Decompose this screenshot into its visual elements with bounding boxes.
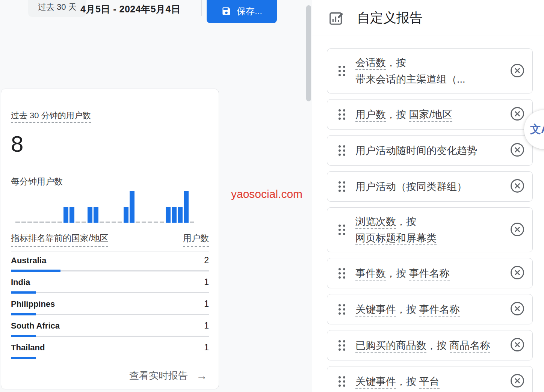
report-card[interactable]: 用户活动随时间的变化趋势	[327, 135, 533, 166]
remove-card-button[interactable]	[509, 222, 526, 238]
table-row: Philippines1	[11, 296, 209, 317]
report-card[interactable]: 关键事件，按 平台	[327, 366, 533, 392]
minute-empty-tick	[148, 222, 153, 223]
drag-handle-icon[interactable]	[338, 181, 345, 192]
remove-card-button[interactable]	[509, 63, 526, 79]
minute-bar	[178, 207, 183, 223]
remove-card-button[interactable]	[509, 106, 526, 123]
translate-icon: 文A	[530, 122, 544, 137]
users-per-minute-label: 每分钟用户数	[11, 176, 209, 187]
report-card-label: 已购买的商品数，按 商品名称	[355, 337, 509, 354]
minute-empty-tick	[39, 222, 44, 223]
minute-bar	[172, 207, 177, 223]
drag-handle-icon[interactable]	[338, 109, 345, 120]
screen: 过去 30 天 4月5日 - 2024年5月4日 保存... 过去 30 分钟的…	[0, 0, 544, 392]
minute-empty-tick	[100, 222, 104, 223]
country-users-value: 1	[204, 277, 209, 287]
custom-report-panel: 自定义报告 会话数，按带来会话的主渠道组（...用户数，按 国家/地区用户活动随…	[312, 0, 544, 392]
minute-empty-tick	[136, 222, 141, 223]
minute-bar	[94, 207, 98, 223]
date-range-label: 4月5日 - 2024年5月4日	[80, 3, 180, 15]
country-bar	[11, 335, 209, 337]
panel-title: 自定义报告	[357, 9, 423, 27]
save-button-label: 保存...	[237, 5, 262, 17]
minute-bar	[166, 207, 171, 223]
country-name: Philippines	[11, 299, 55, 309]
country-users-value: 1	[204, 299, 209, 309]
watermark: yaosocial.com	[231, 188, 302, 201]
arrow-right-icon: →	[196, 370, 207, 381]
report-card[interactable]: 用户数，按 国家/地区	[327, 99, 533, 130]
remove-card-button[interactable]	[509, 142, 526, 159]
report-card-label: 用户活动（按同类群组）	[355, 178, 509, 195]
top-countries-table-header: 指标排名靠前的国家/地区 用户数	[11, 232, 209, 247]
minute-bar	[130, 191, 134, 223]
drag-handle-icon[interactable]	[338, 66, 345, 76]
users-per-minute-chart	[11, 190, 209, 223]
country-name: India	[11, 277, 30, 287]
remove-card-button[interactable]	[509, 265, 526, 282]
minute-empty-tick	[82, 222, 86, 223]
custom-report-panel-header: 自定义报告	[312, 0, 544, 36]
minute-empty-tick	[190, 222, 195, 223]
country-bar	[11, 313, 209, 315]
report-card[interactable]: 会话数，按带来会话的主渠道组（...	[327, 48, 533, 93]
realtime-overview-card: 过去 30 分钟的用户数 8 每分钟用户数 指标排名靠前的国家/地区 用户数 A…	[1, 89, 219, 389]
users-30min-title: 过去 30 分钟的用户数	[11, 111, 91, 123]
date-range-chip[interactable]: 过去 30 天	[28, 0, 86, 17]
scrollbar-thumb[interactable]	[306, 5, 311, 101]
minute-empty-tick	[27, 222, 32, 223]
view-realtime-link[interactable]: 查看实时报告 →	[129, 369, 207, 382]
minute-empty-tick	[112, 222, 116, 223]
report-card-label: 会话数，按带来会话的主渠道组（...	[355, 54, 509, 87]
report-card-label: 用户活动随时间的变化趋势	[355, 142, 509, 159]
remove-card-button[interactable]	[509, 337, 526, 354]
floppy-disk-icon	[221, 6, 231, 16]
country-name: Australia	[11, 256, 46, 265]
report-card[interactable]: 用户活动（按同类群组）	[327, 171, 533, 202]
report-card[interactable]: 事件数，按 事件名称	[327, 258, 533, 288]
drag-handle-icon[interactable]	[338, 268, 345, 279]
minute-empty-tick	[160, 222, 165, 223]
drag-handle-icon[interactable]	[338, 376, 345, 387]
country-name: South Africa	[11, 321, 60, 331]
minute-empty-tick	[45, 222, 50, 223]
save-button[interactable]: 保存...	[207, 0, 277, 23]
report-card-label: 用户数，按 国家/地区	[355, 106, 509, 123]
minute-bar	[184, 191, 189, 223]
minute-empty-tick	[57, 222, 62, 223]
table-row: Thailand1	[11, 339, 209, 361]
minute-bar	[124, 207, 128, 223]
top-countries-column-header: 指标排名靠前的国家/地区	[11, 232, 108, 247]
drag-handle-icon[interactable]	[338, 340, 345, 351]
minute-empty-tick	[15, 222, 20, 223]
drag-handle-icon[interactable]	[338, 304, 345, 315]
topbar-divider	[201, 0, 202, 16]
report-card[interactable]: 关键事件，按 事件名称	[327, 294, 533, 324]
remove-card-button[interactable]	[509, 178, 526, 195]
bar-chart-edit-icon	[328, 10, 344, 26]
report-card[interactable]: 浏览次数，按网页标题和屏幕类	[327, 207, 533, 252]
country-users-value: 1	[204, 342, 209, 353]
users-30min-value: 8	[11, 131, 209, 157]
view-realtime-link-label: 查看实时报告	[129, 369, 188, 382]
country-users-value: 2	[204, 255, 209, 265]
report-card[interactable]: 已购买的商品数，按 商品名称	[327, 330, 533, 360]
country-bar	[11, 270, 209, 272]
report-card-label: 关键事件，按 平台	[355, 373, 509, 390]
minute-empty-tick	[142, 222, 147, 223]
minute-bar	[63, 207, 68, 223]
country-name: Thailand	[11, 343, 45, 353]
drag-handle-icon[interactable]	[338, 225, 345, 235]
country-users-value: 1	[204, 321, 209, 331]
report-card-list: 会话数，按带来会话的主渠道组（...用户数，按 国家/地区用户活动随时间的变化趋…	[312, 36, 544, 392]
remove-card-button[interactable]	[509, 373, 526, 390]
remove-card-button[interactable]	[509, 301, 526, 318]
report-card-label: 关键事件，按 事件名称	[355, 301, 509, 318]
country-bar	[11, 291, 209, 294]
minute-empty-tick	[76, 222, 80, 223]
minute-empty-tick	[33, 222, 38, 223]
drag-handle-icon[interactable]	[338, 145, 345, 156]
main-area: 过去 30 天 4月5日 - 2024年5月4日 保存... 过去 30 分钟的…	[0, 0, 312, 392]
report-card-label: 浏览次数，按网页标题和屏幕类	[355, 213, 509, 246]
